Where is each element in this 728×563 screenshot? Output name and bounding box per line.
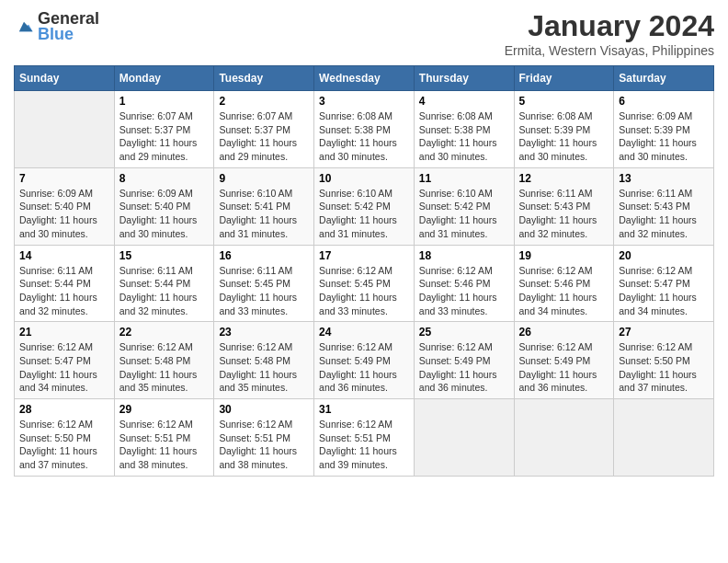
day-number: 21 — [19, 326, 109, 339]
calendar-cell: 30Sunrise: 6:12 AMSunset: 5:51 PMDayligh… — [214, 399, 314, 477]
calendar-cell: 10Sunrise: 6:10 AMSunset: 5:42 PMDayligh… — [314, 167, 415, 245]
day-info: Sunrise: 6:12 AMSunset: 5:51 PMDaylight:… — [119, 418, 210, 472]
day-number: 23 — [219, 326, 309, 339]
day-info: Sunrise: 6:11 AMSunset: 5:43 PMDaylight:… — [619, 187, 709, 241]
calendar-header-row: SundayMondayTuesdayWednesdayThursdayFrid… — [15, 66, 714, 91]
week-row-4: 21Sunrise: 6:12 AMSunset: 5:47 PMDayligh… — [15, 322, 714, 399]
day-number: 20 — [619, 249, 709, 262]
day-number: 12 — [519, 172, 609, 185]
day-info: Sunrise: 6:08 AMSunset: 5:38 PMDaylight:… — [319, 109, 409, 164]
day-number: 15 — [119, 249, 210, 262]
day-info: Sunrise: 6:07 AMSunset: 5:37 PMDaylight:… — [219, 109, 309, 164]
day-number: 28 — [19, 403, 109, 416]
day-info: Sunrise: 6:12 AMSunset: 5:48 PMDaylight:… — [119, 340, 210, 395]
page-header: General Blue January 2024 Ermita, Wester… — [14, 9, 714, 58]
calendar-cell: 11Sunrise: 6:10 AMSunset: 5:42 PMDayligh… — [414, 167, 514, 245]
calendar-cell: 9Sunrise: 6:10 AMSunset: 5:41 PMDaylight… — [214, 167, 314, 245]
day-number: 24 — [319, 326, 409, 339]
day-number: 2 — [219, 95, 309, 108]
logo-text: General Blue — [38, 9, 99, 44]
calendar-cell: 29Sunrise: 6:12 AMSunset: 5:51 PMDayligh… — [114, 399, 214, 477]
day-number: 25 — [419, 326, 509, 339]
header-monday: Monday — [114, 66, 214, 91]
calendar-cell: 2Sunrise: 6:07 AMSunset: 5:37 PMDaylight… — [214, 91, 314, 168]
calendar-cell: 17Sunrise: 6:12 AMSunset: 5:45 PMDayligh… — [314, 245, 415, 322]
calendar-cell: 16Sunrise: 6:11 AMSunset: 5:45 PMDayligh… — [214, 245, 314, 322]
calendar-cell — [15, 91, 115, 168]
calendar-cell: 25Sunrise: 6:12 AMSunset: 5:49 PMDayligh… — [414, 322, 514, 399]
calendar-cell: 22Sunrise: 6:12 AMSunset: 5:48 PMDayligh… — [114, 322, 214, 399]
calendar-cell: 13Sunrise: 6:11 AMSunset: 5:43 PMDayligh… — [614, 167, 714, 245]
day-number: 3 — [319, 95, 409, 108]
calendar-cell: 18Sunrise: 6:12 AMSunset: 5:46 PMDayligh… — [414, 245, 514, 322]
day-info: Sunrise: 6:11 AMSunset: 5:45 PMDaylight:… — [219, 264, 309, 318]
day-info: Sunrise: 6:11 AMSunset: 5:43 PMDaylight:… — [519, 187, 609, 241]
day-info: Sunrise: 6:12 AMSunset: 5:48 PMDaylight:… — [219, 340, 309, 395]
calendar-cell — [514, 399, 614, 477]
day-number: 13 — [619, 172, 709, 185]
day-info: Sunrise: 6:09 AMSunset: 5:40 PMDaylight:… — [19, 187, 109, 241]
calendar-cell: 6Sunrise: 6:09 AMSunset: 5:39 PMDaylight… — [614, 91, 714, 168]
logo-icon — [14, 17, 34, 37]
header-tuesday: Tuesday — [214, 66, 314, 91]
calendar-cell: 8Sunrise: 6:09 AMSunset: 5:40 PMDaylight… — [114, 167, 214, 245]
calendar-cell: 1Sunrise: 6:07 AMSunset: 5:37 PMDaylight… — [114, 91, 214, 168]
day-number: 16 — [219, 249, 309, 262]
header-saturday: Saturday — [614, 66, 714, 91]
day-number: 19 — [519, 249, 609, 262]
day-number: 6 — [619, 95, 709, 108]
day-info: Sunrise: 6:12 AMSunset: 5:46 PMDaylight:… — [519, 264, 609, 318]
week-row-3: 14Sunrise: 6:11 AMSunset: 5:44 PMDayligh… — [15, 245, 714, 322]
header-wednesday: Wednesday — [314, 66, 415, 91]
day-number: 10 — [319, 172, 409, 185]
day-info: Sunrise: 6:12 AMSunset: 5:51 PMDaylight:… — [319, 418, 409, 472]
day-number: 30 — [219, 403, 309, 416]
day-number: 31 — [319, 403, 409, 416]
day-number: 17 — [319, 249, 409, 262]
logo: General Blue — [14, 9, 99, 44]
day-info: Sunrise: 6:09 AMSunset: 5:39 PMDaylight:… — [619, 109, 709, 164]
calendar-table: SundayMondayTuesdayWednesdayThursdayFrid… — [14, 65, 714, 477]
header-sunday: Sunday — [15, 66, 115, 91]
day-info: Sunrise: 6:08 AMSunset: 5:38 PMDaylight:… — [419, 109, 509, 164]
day-info: Sunrise: 6:10 AMSunset: 5:42 PMDaylight:… — [319, 187, 409, 241]
calendar-cell: 26Sunrise: 6:12 AMSunset: 5:49 PMDayligh… — [514, 322, 614, 399]
day-info: Sunrise: 6:12 AMSunset: 5:49 PMDaylight:… — [519, 340, 609, 395]
calendar-cell: 27Sunrise: 6:12 AMSunset: 5:50 PMDayligh… — [614, 322, 714, 399]
day-info: Sunrise: 6:12 AMSunset: 5:47 PMDaylight:… — [19, 340, 109, 395]
calendar-cell: 15Sunrise: 6:11 AMSunset: 5:44 PMDayligh… — [114, 245, 214, 322]
day-info: Sunrise: 6:12 AMSunset: 5:51 PMDaylight:… — [219, 418, 309, 472]
day-number: 26 — [519, 326, 609, 339]
calendar-cell: 31Sunrise: 6:12 AMSunset: 5:51 PMDayligh… — [314, 399, 415, 477]
day-info: Sunrise: 6:11 AMSunset: 5:44 PMDaylight:… — [19, 264, 109, 318]
day-info: Sunrise: 6:07 AMSunset: 5:37 PMDaylight:… — [119, 109, 210, 164]
day-number: 27 — [619, 326, 709, 339]
day-number: 4 — [419, 95, 509, 108]
calendar-cell: 14Sunrise: 6:11 AMSunset: 5:44 PMDayligh… — [15, 245, 115, 322]
day-info: Sunrise: 6:12 AMSunset: 5:46 PMDaylight:… — [419, 264, 509, 318]
calendar-cell: 24Sunrise: 6:12 AMSunset: 5:49 PMDayligh… — [314, 322, 415, 399]
day-number: 9 — [219, 172, 309, 185]
week-row-2: 7Sunrise: 6:09 AMSunset: 5:40 PMDaylight… — [15, 167, 714, 245]
calendar-cell: 7Sunrise: 6:09 AMSunset: 5:40 PMDaylight… — [15, 167, 115, 245]
day-number: 18 — [419, 249, 509, 262]
calendar-cell — [414, 399, 514, 477]
header-friday: Friday — [514, 66, 614, 91]
day-number: 11 — [419, 172, 509, 185]
day-info: Sunrise: 6:11 AMSunset: 5:44 PMDaylight:… — [119, 264, 210, 318]
svg-marker-1 — [19, 22, 33, 31]
calendar-cell: 5Sunrise: 6:08 AMSunset: 5:39 PMDaylight… — [514, 91, 614, 168]
calendar-cell: 28Sunrise: 6:12 AMSunset: 5:50 PMDayligh… — [15, 399, 115, 477]
subtitle: Ermita, Western Visayas, Philippines — [505, 43, 714, 58]
day-number: 29 — [119, 403, 210, 416]
calendar-cell: 23Sunrise: 6:12 AMSunset: 5:48 PMDayligh… — [214, 322, 314, 399]
day-number: 1 — [119, 95, 210, 108]
day-info: Sunrise: 6:08 AMSunset: 5:39 PMDaylight:… — [519, 109, 609, 164]
calendar-cell: 4Sunrise: 6:08 AMSunset: 5:38 PMDaylight… — [414, 91, 514, 168]
day-number: 14 — [19, 249, 109, 262]
day-number: 5 — [519, 95, 609, 108]
week-row-1: 1Sunrise: 6:07 AMSunset: 5:37 PMDaylight… — [15, 91, 714, 168]
day-info: Sunrise: 6:12 AMSunset: 5:45 PMDaylight:… — [319, 264, 409, 318]
calendar-cell: 3Sunrise: 6:08 AMSunset: 5:38 PMDaylight… — [314, 91, 415, 168]
day-number: 7 — [19, 172, 109, 185]
